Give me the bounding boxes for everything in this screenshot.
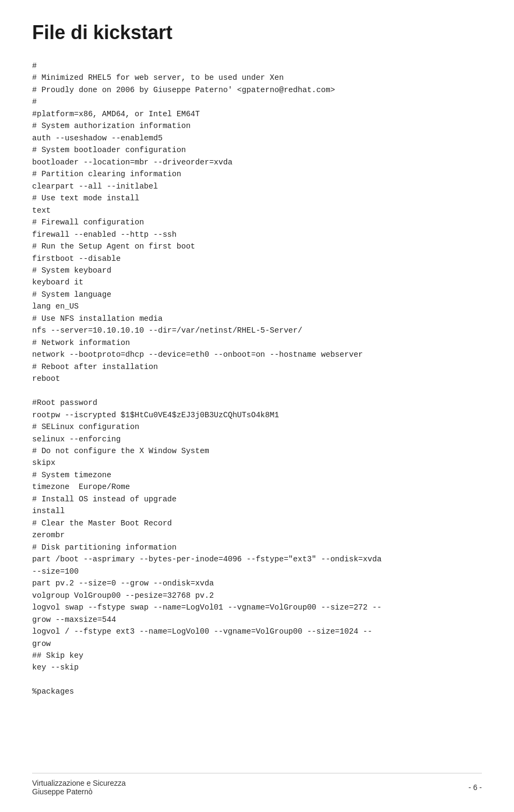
- footer-author: Giuseppe Paternò: [32, 787, 93, 796]
- footer-left: Virtualizzazione e Sicurezza Giuseppe Pa…: [32, 779, 126, 796]
- page-footer: Virtualizzazione e Sicurezza Giuseppe Pa…: [32, 773, 482, 796]
- page-container: File di kickstart # # Minimized RHEL5 fo…: [0, 0, 514, 812]
- footer-page-number: - 6 -: [468, 783, 482, 792]
- page-title: File di kickstart: [32, 21, 482, 44]
- footer-course: Virtualizzazione e Sicurezza: [32, 779, 126, 787]
- code-block: # # Minimized RHEL5 for web server, to b…: [32, 60, 482, 698]
